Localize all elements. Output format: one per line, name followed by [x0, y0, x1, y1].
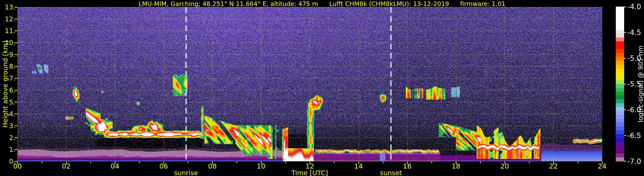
- y-tick-label: 3.: [0, 122, 16, 130]
- x-tick-label: 08: [208, 162, 217, 170]
- x-tick-label: 02: [62, 162, 71, 170]
- x-tick-label: 20: [500, 162, 509, 170]
- colorbar-tick-label: -6.0: [627, 106, 641, 114]
- y-tick-label: 6.: [0, 86, 16, 94]
- x-tick-label: 06: [159, 162, 168, 170]
- y-tick-label: 7.: [0, 74, 16, 82]
- x-tick-label: 14: [354, 162, 363, 170]
- y-tick-label: 1.: [0, 146, 16, 153]
- x-tick-label: 12: [306, 162, 314, 170]
- y-tick-label: 2.: [0, 134, 16, 142]
- colorbar-tick-label: -5.5: [627, 80, 641, 88]
- y-tick-label: 12.: [0, 15, 16, 23]
- colorbar-tick-label: -7.0: [627, 157, 641, 166]
- y-tick-label: 13.: [0, 3, 16, 11]
- colorbar-tick-label: -4.5: [627, 28, 641, 37]
- x-tick-label: 16: [403, 162, 412, 170]
- plot-title: LMU-MIM, Garching; 48.251° N 11.664° E, …: [0, 0, 644, 7]
- sunset-label: sunset: [380, 169, 402, 176]
- colorbar-tick-label: -6.5: [627, 131, 641, 140]
- title-firmware: firmware: 1.01: [460, 0, 505, 7]
- y-tick-label: 8.: [0, 62, 16, 70]
- x-tick-label: 24: [598, 162, 606, 170]
- y-tick-label: 10.: [0, 39, 16, 46]
- x-tick-label: 04: [111, 162, 120, 170]
- y-tick-label: 5.: [0, 98, 16, 106]
- y-tick-label: 11.: [0, 27, 16, 34]
- sunrise-label: sunrise: [174, 169, 198, 176]
- x-tick-label: 10: [257, 162, 266, 170]
- y-tick-label: 4.: [0, 110, 16, 118]
- title-location: LMU-MIM, Garching; 48.251° N 11.664° E, …: [139, 0, 318, 7]
- colorbar-tick-label: -4.0: [627, 2, 641, 11]
- figure: LMU-MIM, Garching; 48.251° N 11.664° E, …: [0, 0, 644, 176]
- heatmap-canvas: [0, 0, 644, 176]
- y-tick-label: 0.: [0, 158, 16, 165]
- title-instrument: Lufft CHM8k (CHM8kLMU): 13-12-2019: [329, 0, 449, 7]
- y-tick-label: 9.: [0, 51, 16, 58]
- x-tick-label: 22: [549, 162, 558, 170]
- colorbar-tick-label: -5.0: [627, 54, 641, 62]
- x-tick-label: 18: [452, 162, 460, 170]
